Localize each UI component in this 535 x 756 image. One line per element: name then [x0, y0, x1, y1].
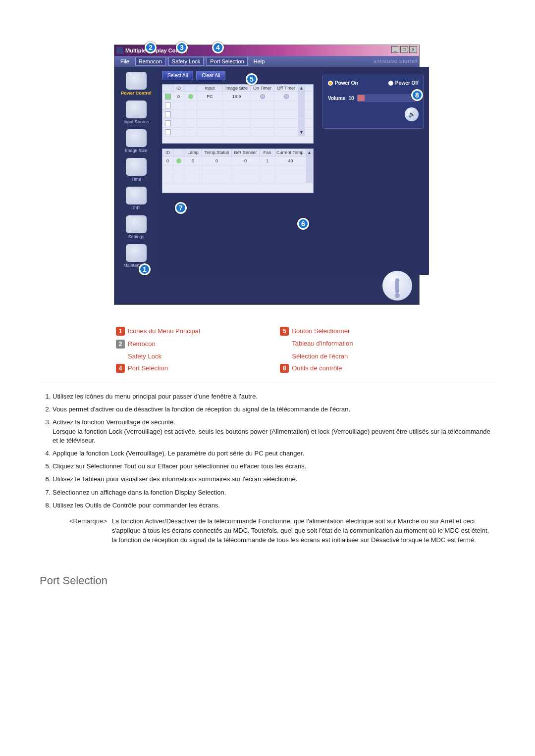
row-check[interactable] [165, 129, 171, 135]
menu-remocon[interactable]: Remocon [135, 57, 165, 66]
power-off-radio[interactable]: Power Off [388, 80, 419, 86]
scroll-up2[interactable]: ▲ [306, 149, 313, 156]
cell2-temp: 0 [202, 156, 232, 165]
alert-icon [382, 271, 412, 301]
radio-dot-icon [388, 81, 393, 86]
legend-item-3: Safety Lock [128, 353, 161, 360]
col-check [162, 85, 173, 92]
offtimer-dot [284, 94, 289, 99]
desc-item-3: Activez la fonction Verrouillage de sécu… [53, 418, 495, 445]
desc-item-4: Applique la fonction Lock (Verrouillage)… [53, 449, 495, 458]
maximize-button[interactable]: □ [400, 46, 408, 53]
sidebar-item-label: Power Control [114, 91, 158, 96]
sidebar-item-power[interactable]: Power Control [114, 70, 158, 98]
ontimer-dot [260, 94, 265, 99]
sidebar-item-pip[interactable]: PIP [114, 185, 158, 212]
select-all-button[interactable]: Select All [162, 71, 193, 80]
speaker-icon[interactable]: 🔊 [405, 107, 419, 121]
image-icon [126, 129, 147, 147]
col2-ct: Current Temp. [275, 149, 306, 156]
app-window: Multiple Display Control _ □ × File Remo… [114, 45, 420, 305]
info-table: ID Input Image Size On Timer Off Timer ▲ [162, 84, 314, 144]
cell-id: 0 [173, 92, 184, 101]
callout-8: 8 [411, 89, 423, 101]
callout-1: 1 [139, 263, 151, 275]
titlebar: Multiple Display Control _ □ × [114, 45, 419, 56]
callout-7: 7 [175, 202, 187, 214]
volume-value: 10 [348, 96, 354, 101]
cell-input: PC [197, 92, 223, 101]
scroll-down[interactable]: ▼ [298, 128, 305, 136]
menu-safety-lock[interactable]: Safety Lock [168, 57, 204, 66]
power-on-radio[interactable]: Power On [328, 80, 358, 86]
minimize-button[interactable]: _ [391, 46, 399, 53]
clear-all-button[interactable]: Clear All [196, 71, 225, 80]
callout-6: 6 [297, 218, 309, 230]
cell2-ct: 49 [275, 156, 306, 165]
menu-file[interactable]: File [117, 57, 132, 65]
desc-item-2: Vous permet d'activer ou de désactiver l… [53, 405, 495, 414]
power-on-label: Power On [335, 80, 358, 86]
col-offtimer: Off Timer [274, 85, 298, 92]
col2-fan: Fan [260, 149, 275, 156]
legend-item-7: Sélection de l'écran [292, 353, 348, 360]
cell2-fan: 1 [260, 156, 275, 165]
sidebar-item-maintenance[interactable]: Maintenance [114, 242, 158, 270]
sidebar-item-image[interactable]: Image Size [114, 127, 158, 155]
power-off-label: Power Off [395, 80, 419, 86]
sidebar-item-label: Image Size [114, 148, 158, 153]
volume-slider[interactable] [357, 95, 419, 101]
legend-item-8: Outils de contrôle [292, 364, 342, 372]
legend-item-4: Port Selection [128, 364, 168, 372]
settings-icon [126, 215, 147, 233]
desc-item-5: Cliquez sur Sélectionner Tout ou sur Eff… [53, 462, 495, 471]
remark-tag: <Remarque> [69, 517, 107, 545]
table-row[interactable]: 0 0 0 0 1 49 [162, 156, 313, 165]
desc-item-6: Utilisez le Tableau pour visualiser des … [53, 475, 495, 484]
sidebar-item-label: Settings [114, 234, 158, 239]
desc-item-1: Utilisez les icônes du menu principal po… [53, 392, 495, 401]
row-check[interactable] [165, 102, 171, 108]
legend-item-2: Remocon [128, 340, 156, 348]
badge-8-icon: 8 [280, 364, 289, 373]
sidebar-item-time[interactable]: Time [114, 156, 158, 184]
col-ontimer: On Timer [251, 85, 274, 92]
row-check[interactable] [165, 111, 171, 117]
sidebar-item-input[interactable]: Input Source [114, 99, 158, 126]
remark-body: La fonction Activer/Désactiver de la tél… [112, 517, 495, 545]
legend-item-5: Bouton Sélectionner [292, 327, 350, 335]
callout-3: 3 [176, 42, 188, 53]
display-selection-table: ID Lamp Temp.Status B/R Senser Fan Curre… [162, 149, 314, 193]
desc-item-7: Sélectionnez un affichage dans la foncti… [53, 488, 495, 497]
col-status [184, 85, 197, 92]
legend-item-1: Icônes du Menu Principal [128, 327, 200, 335]
table-row[interactable]: 0 PC 16:9 [162, 92, 313, 101]
pip-icon [126, 187, 147, 204]
scroll-up[interactable]: ▲ [298, 85, 305, 92]
sidebar-item-label: Maintenance [114, 263, 158, 268]
col-imagesize: Image Size [223, 85, 251, 92]
menu-port-selection[interactable]: Port Selection [207, 57, 247, 66]
badge-5-icon: 5 [280, 327, 289, 336]
sidebar-item-label: Time [114, 177, 158, 182]
menu-help[interactable]: Help [251, 57, 268, 65]
sidebar-item-settings[interactable]: Settings [114, 213, 158, 241]
maintenance-icon [126, 244, 147, 262]
callout-5: 5 [246, 73, 258, 85]
col2-temp: Temp.Status [202, 149, 232, 156]
remark: <Remarque> La fonction Activer/Désactive… [69, 517, 495, 545]
callout-4: 4 [212, 42, 224, 53]
badge-2-icon: 2 [116, 340, 125, 349]
col2-br: B/R Senser [232, 149, 260, 156]
cell-size: 16:9 [223, 92, 251, 101]
section-heading: Port Selection [40, 574, 495, 587]
power-icon [126, 72, 147, 90]
legend: 1Icônes du Menu Principal 5Bouton Sélect… [114, 325, 421, 375]
row-check[interactable] [165, 120, 171, 126]
power-panel: Power On Power Off Volume 10 🔊 [322, 75, 424, 129]
status-bar [114, 275, 419, 304]
status-dot [176, 158, 181, 163]
close-button[interactable]: × [409, 46, 417, 53]
sidebar-item-label: Input Source [114, 119, 158, 124]
row-check[interactable] [165, 94, 171, 100]
